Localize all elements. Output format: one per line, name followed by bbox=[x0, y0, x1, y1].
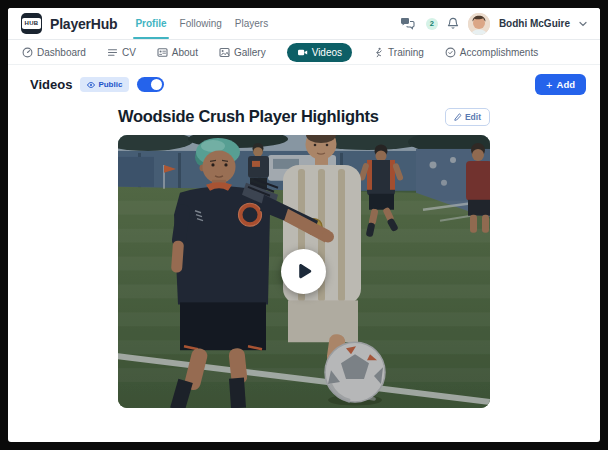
play-icon bbox=[296, 262, 312, 280]
section-title: Videos bbox=[30, 77, 72, 92]
tab-label: CV bbox=[122, 47, 136, 58]
edit-button[interactable]: Edit bbox=[445, 108, 490, 126]
tab-label: Accomplishments bbox=[460, 47, 538, 58]
visibility-badge: Public bbox=[80, 77, 129, 92]
videos-section-bar: Videos Public + Add bbox=[8, 65, 600, 102]
plus-icon: + bbox=[546, 81, 552, 89]
edit-label: Edit bbox=[465, 112, 481, 122]
tab-label: About bbox=[172, 47, 198, 58]
tab-label: Training bbox=[388, 47, 424, 58]
add-label: Add bbox=[557, 79, 575, 90]
runner-icon bbox=[373, 47, 384, 58]
gallery-image-icon bbox=[219, 47, 230, 58]
add-video-button[interactable]: + Add bbox=[535, 74, 586, 95]
messages-icon[interactable] bbox=[400, 17, 415, 30]
toggle-knob bbox=[151, 79, 162, 90]
nav-link-following[interactable]: Following bbox=[180, 8, 222, 39]
visibility-label: Public bbox=[98, 80, 122, 89]
tab-accomplishments[interactable]: Accomplishments bbox=[445, 47, 538, 58]
nav-link-players[interactable]: Players bbox=[235, 8, 268, 39]
video-camera-icon bbox=[297, 47, 308, 58]
id-card-icon bbox=[157, 47, 168, 58]
topnav-right: 2 Bodhi McGuire bbox=[400, 13, 587, 35]
tab-label: Gallery bbox=[234, 47, 266, 58]
user-name[interactable]: Bodhi McGuire bbox=[499, 18, 570, 29]
screenshot-frame: HUB PlayerHub Profile Following Players … bbox=[0, 0, 608, 450]
video-header-row: Woodside Crush Player Highlights Edit bbox=[118, 107, 490, 126]
nav-link-profile[interactable]: Profile bbox=[135, 8, 166, 39]
messages-count-badge: 2 bbox=[426, 18, 438, 30]
tab-gallery[interactable]: Gallery bbox=[219, 47, 266, 58]
pencil-icon bbox=[454, 113, 462, 121]
medal-icon bbox=[445, 47, 456, 58]
playerhub-logo[interactable]: HUB bbox=[21, 13, 42, 34]
play-button[interactable] bbox=[281, 249, 326, 294]
tab-about[interactable]: About bbox=[157, 47, 198, 58]
profile-subnav: Dashboard CV About Gallery Videos Traini… bbox=[8, 40, 600, 65]
main-content: Woodside Crush Player Highlights Edit bbox=[8, 102, 600, 408]
tab-dashboard[interactable]: Dashboard bbox=[22, 47, 86, 58]
list-lines-icon bbox=[107, 47, 118, 58]
dashboard-gauge-icon bbox=[22, 47, 33, 58]
notifications-bell-icon[interactable] bbox=[447, 17, 459, 30]
topnav-links: Profile Following Players bbox=[135, 8, 268, 39]
top-navbar: HUB PlayerHub Profile Following Players … bbox=[8, 8, 600, 40]
tab-training[interactable]: Training bbox=[373, 47, 424, 58]
video-player[interactable] bbox=[118, 135, 490, 408]
tab-cv[interactable]: CV bbox=[107, 47, 136, 58]
app-title: PlayerHub bbox=[50, 16, 117, 32]
app-window: HUB PlayerHub Profile Following Players … bbox=[8, 8, 600, 442]
tab-label: Videos bbox=[312, 47, 342, 58]
public-toggle[interactable] bbox=[137, 77, 164, 92]
tab-videos[interactable]: Videos bbox=[287, 43, 352, 62]
user-avatar[interactable] bbox=[468, 13, 490, 35]
tab-label: Dashboard bbox=[37, 47, 86, 58]
eye-icon bbox=[87, 82, 95, 88]
logo-text: HUB bbox=[22, 18, 41, 29]
chevron-down-icon[interactable] bbox=[579, 21, 587, 27]
video-title: Woodside Crush Player Highlights bbox=[118, 107, 379, 126]
